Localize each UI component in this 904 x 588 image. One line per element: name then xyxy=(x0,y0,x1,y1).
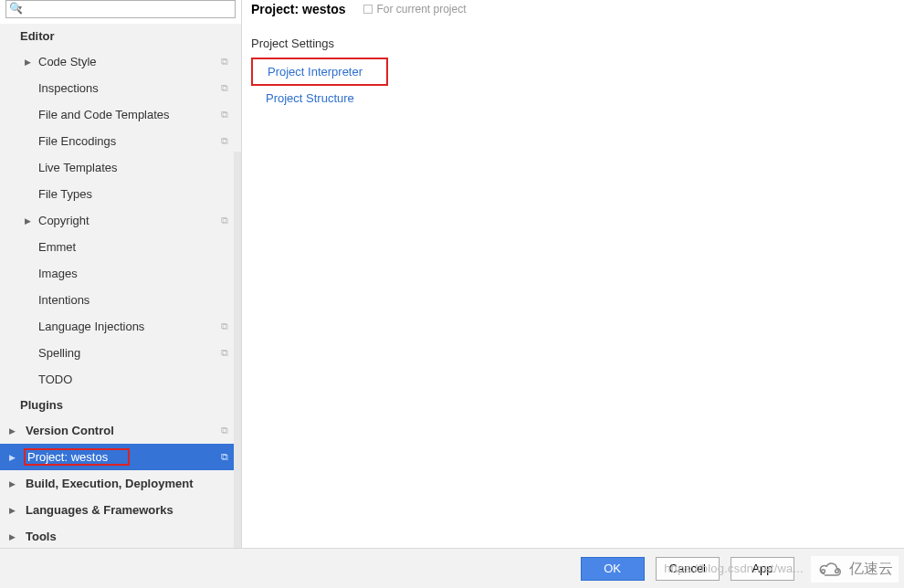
sidebar-scrollbar[interactable] xyxy=(234,152,241,548)
per-project-icon xyxy=(221,425,234,437)
tree-root-languages-frameworks[interactable]: ▶Languages & Frameworks xyxy=(0,497,241,523)
tree-root-build-execution-deployment[interactable]: ▶Build, Execution, Deployment xyxy=(0,470,241,497)
per-project-icon xyxy=(221,504,234,517)
section-plugins[interactable]: Plugins xyxy=(0,393,241,417)
per-project-icon xyxy=(221,162,234,174)
project-settings-heading: Project Settings xyxy=(251,37,904,50)
per-project-icon xyxy=(221,82,234,95)
tree-item-label: Tools xyxy=(22,530,221,543)
per-project-icon xyxy=(221,56,234,68)
per-project-icon xyxy=(221,530,234,543)
tree-item-label: Code Style xyxy=(35,55,221,68)
tree-item-spelling[interactable]: Spelling xyxy=(0,340,241,366)
watermark: 亿速云 xyxy=(811,556,899,583)
tree-item-intentions[interactable]: Intentions xyxy=(0,287,241,313)
tree-item-images[interactable]: Images xyxy=(0,260,241,287)
search-dropdown-icon[interactable]: ▾ xyxy=(18,4,22,12)
cancel-button[interactable]: Cancel xyxy=(656,557,720,581)
settings-link-project-interpreter[interactable]: Project Interpreter xyxy=(251,58,388,86)
per-project-icon xyxy=(221,188,234,201)
tree-item-file-and-code-templates[interactable]: File and Code Templates xyxy=(0,101,241,128)
tree-item-label: Images xyxy=(35,267,221,280)
tree-item-live-templates[interactable]: Live Templates xyxy=(0,154,241,181)
expand-caret-icon: ▶ xyxy=(9,506,22,515)
tree-item-label: Copyright xyxy=(35,214,221,227)
page-title: Project: westos xyxy=(251,2,345,16)
tree-item-label: Language Injections xyxy=(35,320,221,333)
tree-item-emmet[interactable]: Emmet xyxy=(0,234,241,260)
tree-root-version-control[interactable]: ▶Version Control xyxy=(0,417,241,444)
settings-sidebar: 🔍 ▾ Editor ▶Code StyleInspectionsFile an… xyxy=(0,0,242,548)
dialog-button-bar: OK Cancel App xyxy=(0,548,904,588)
project-scope-icon xyxy=(363,5,373,14)
tree-item-label: Version Control xyxy=(22,424,221,437)
tree-item-file-types[interactable]: File Types xyxy=(0,181,241,207)
search-input[interactable] xyxy=(5,0,236,18)
tree-item-label: Project: westos xyxy=(22,450,221,464)
apply-button[interactable]: App xyxy=(731,557,794,581)
per-project-icon xyxy=(221,294,234,307)
tree-item-label: Inspections xyxy=(35,81,221,95)
ok-button[interactable]: OK xyxy=(581,557,645,581)
settings-tree: Editor ▶Code StyleInspectionsFile and Co… xyxy=(0,24,241,548)
tree-item-label: Build, Execution, Deployment xyxy=(22,477,221,490)
tree-item-label: Languages & Frameworks xyxy=(22,503,221,517)
svg-point-1 xyxy=(836,569,839,572)
settings-search: 🔍 ▾ xyxy=(5,0,236,18)
tree-item-label: File Encodings xyxy=(35,134,221,148)
scope-label: For current project xyxy=(376,3,466,16)
tree-item-file-encodings[interactable]: File Encodings xyxy=(0,128,241,154)
tree-item-label: Live Templates xyxy=(35,161,221,174)
tree-root-project-westos[interactable]: ▶Project: westos xyxy=(0,444,241,470)
tree-item-language-injections[interactable]: Language Injections xyxy=(0,313,241,340)
per-project-icon xyxy=(221,135,234,148)
settings-link-project-structure[interactable]: Project Structure xyxy=(251,86,904,110)
expand-caret-icon: ▶ xyxy=(9,426,22,436)
settings-main: Project: westos For current project Proj… xyxy=(242,0,904,548)
per-project-icon xyxy=(221,109,234,121)
tree-item-label: File Types xyxy=(35,187,221,201)
tree-item-label: File and Code Templates xyxy=(35,108,221,121)
cloud-icon xyxy=(816,561,844,579)
tree-item-code-style[interactable]: ▶Code Style xyxy=(0,48,241,75)
svg-point-0 xyxy=(822,569,825,572)
per-project-icon xyxy=(221,320,234,333)
per-project-icon xyxy=(221,478,234,490)
scope-indicator: For current project xyxy=(363,3,466,16)
per-project-icon xyxy=(221,268,234,280)
tree-root-tools[interactable]: ▶Tools xyxy=(0,523,241,548)
per-project-icon xyxy=(221,215,234,227)
section-editor[interactable]: Editor xyxy=(0,24,241,48)
watermark-text: 亿速云 xyxy=(849,560,893,579)
expand-caret-icon: ▶ xyxy=(9,479,22,488)
tree-item-label: Spelling xyxy=(35,346,221,360)
per-project-icon xyxy=(221,451,234,464)
tree-item-label: TODO xyxy=(35,373,221,386)
tree-item-label: Intentions xyxy=(35,293,221,307)
expand-caret-icon: ▶ xyxy=(9,453,22,462)
tree-item-label: Emmet xyxy=(35,240,221,254)
per-project-icon xyxy=(221,241,234,254)
per-project-icon xyxy=(221,347,234,360)
expand-caret-icon: ▶ xyxy=(9,216,35,226)
tree-item-copyright[interactable]: ▶Copyright xyxy=(0,207,241,234)
expand-caret-icon: ▶ xyxy=(9,532,22,541)
tree-item-inspections[interactable]: Inspections xyxy=(0,75,241,101)
expand-caret-icon: ▶ xyxy=(9,58,35,67)
tree-item-todo[interactable]: TODO xyxy=(0,366,241,393)
per-project-icon xyxy=(221,373,234,386)
